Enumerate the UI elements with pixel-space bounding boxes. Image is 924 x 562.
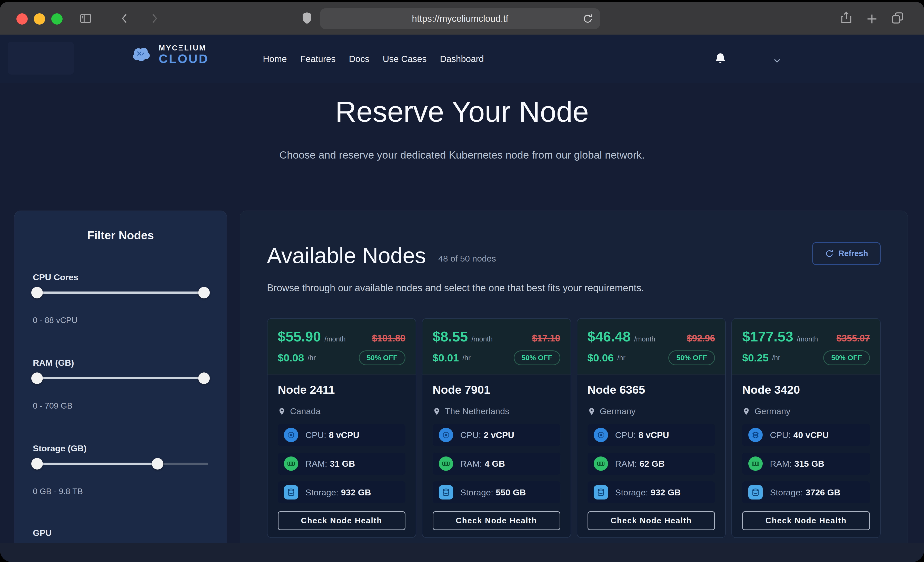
location-pin-icon bbox=[278, 407, 286, 416]
cpu-icon bbox=[594, 428, 608, 442]
cpu-filter-label: CPU Cores bbox=[33, 272, 208, 282]
ram-icon bbox=[439, 456, 453, 471]
check-node-health-button[interactable]: Check Node Health bbox=[278, 511, 405, 530]
refresh-icon bbox=[825, 249, 834, 258]
original-price-strikethrough: $92.96 bbox=[687, 333, 715, 344]
node-location: Germany bbox=[754, 406, 790, 416]
node-card[interactable]: $55.90 /month $101.80 $0.08 /hr 50% OFF … bbox=[267, 318, 416, 538]
nodes-count: 48 of 50 nodes bbox=[438, 254, 496, 264]
cpu-icon bbox=[284, 428, 298, 442]
storage-filter-group: Storage (GB) 0 GB - 9.8 TB bbox=[33, 443, 208, 496]
notifications-bell-icon[interactable] bbox=[714, 51, 727, 67]
price-hour-unit: /hr bbox=[772, 354, 780, 362]
ram-filter-group: RAM (GB) 0 - 709 GB bbox=[33, 358, 208, 411]
tab-overview-icon[interactable] bbox=[890, 11, 905, 25]
ram-spec-value: 4 GB bbox=[485, 459, 505, 468]
price-hour-unit: /hr bbox=[462, 354, 471, 362]
available-nodes-title: Available Nodes bbox=[267, 243, 426, 268]
price-per-hour: $0.08 bbox=[278, 352, 304, 364]
back-icon[interactable] bbox=[118, 12, 131, 25]
cpu-spec-row: CPU:8 vCPU bbox=[588, 424, 715, 446]
storage-spec-value: 932 GB bbox=[651, 487, 681, 497]
available-nodes-description: Browse through our available nodes and s… bbox=[267, 282, 880, 294]
forward-icon[interactable] bbox=[148, 12, 160, 25]
cpu-slider-handle-min[interactable] bbox=[31, 287, 43, 298]
sidebar-toggle-icon[interactable] bbox=[78, 12, 93, 25]
address-bar[interactable]: https://myceliumcloud.tf bbox=[320, 8, 600, 29]
nav-link-features[interactable]: Features bbox=[300, 54, 336, 64]
node-card-pricing: $46.48 /month $92.96 $0.06 /hr 50% OFF bbox=[577, 319, 726, 375]
ram-slider-handle-max[interactable] bbox=[198, 372, 210, 384]
nav-link-home[interactable]: Home bbox=[263, 54, 287, 64]
share-icon[interactable] bbox=[839, 10, 854, 25]
node-location: The Netherlands bbox=[445, 406, 509, 416]
account-chevron-down-icon[interactable] bbox=[772, 55, 782, 67]
cpu-spec-label: CPU: bbox=[770, 430, 790, 440]
ram-range-slider[interactable] bbox=[33, 372, 208, 384]
storage-spec-row: Storage:3726 GB bbox=[742, 481, 870, 503]
storage-slider-track-inactive bbox=[158, 463, 208, 465]
check-node-health-button[interactable]: Check Node Health bbox=[742, 511, 870, 530]
storage-range-slider[interactable] bbox=[33, 457, 208, 470]
price-per-hour: $0.25 bbox=[742, 352, 769, 364]
price-per-month: $177.53 bbox=[742, 328, 793, 345]
storage-icon bbox=[748, 485, 763, 499]
new-tab-icon[interactable] bbox=[865, 12, 879, 25]
cpu-icon bbox=[439, 428, 453, 442]
cpu-spec-row: CPU:2 vCPU bbox=[433, 424, 560, 446]
storage-spec-label: Storage: bbox=[615, 487, 648, 497]
storage-spec-value: 550 GB bbox=[496, 487, 526, 497]
close-window-button[interactable] bbox=[16, 13, 28, 25]
node-cards-grid: $55.90 /month $101.80 $0.08 /hr 50% OFF … bbox=[267, 318, 880, 538]
nav-link-use-cases[interactable]: Use Cases bbox=[382, 54, 426, 64]
filter-panel-title: Filter Nodes bbox=[33, 229, 208, 242]
node-location: Germany bbox=[600, 406, 636, 416]
check-node-health-button[interactable]: Check Node Health bbox=[433, 511, 560, 530]
site-navbar: MYCΞLIUM CLOUD Home Features Docs Use Ca… bbox=[0, 34, 924, 83]
node-card[interactable]: $46.48 /month $92.96 $0.06 /hr 50% OFF N… bbox=[577, 318, 726, 538]
privacy-shield-icon[interactable] bbox=[300, 10, 314, 26]
refresh-button-label: Refresh bbox=[838, 249, 868, 258]
discount-badge: 50% OFF bbox=[514, 350, 560, 365]
location-pin-icon bbox=[742, 407, 750, 416]
brain-cloud-logo-icon bbox=[129, 43, 153, 66]
maximize-window-button[interactable] bbox=[51, 13, 63, 25]
ram-spec-label: RAM: bbox=[615, 459, 637, 468]
filter-panel: Filter Nodes CPU Cores 0 - 88 vCPU RAM (… bbox=[14, 211, 227, 562]
node-card-pricing: $55.90 /month $101.80 $0.08 /hr 50% OFF bbox=[267, 319, 416, 375]
nav-link-docs[interactable]: Docs bbox=[349, 54, 369, 64]
check-node-health-button[interactable]: Check Node Health bbox=[588, 511, 715, 530]
ram-slider-handle-min[interactable] bbox=[31, 372, 43, 384]
original-price-strikethrough: $101.80 bbox=[372, 333, 405, 344]
browser-window: https://myceliumcloud.tf bbox=[0, 2, 924, 562]
traffic-lights bbox=[16, 13, 63, 25]
refresh-button[interactable]: Refresh bbox=[812, 242, 880, 265]
storage-icon bbox=[284, 485, 298, 499]
ram-slider-track bbox=[33, 377, 208, 380]
node-location: Canada bbox=[290, 406, 321, 416]
price-per-hour: $0.06 bbox=[588, 352, 614, 364]
cpu-slider-handle-max[interactable] bbox=[198, 287, 210, 298]
price-per-hour: $0.01 bbox=[433, 352, 459, 364]
ram-icon bbox=[594, 456, 608, 471]
storage-spec-value: 3726 GB bbox=[806, 487, 840, 497]
price-month-unit: /month bbox=[324, 335, 346, 343]
cpu-range-slider[interactable] bbox=[33, 286, 208, 299]
discount-badge: 50% OFF bbox=[823, 350, 870, 365]
available-nodes-panel: Available Nodes 48 of 50 nodes Refresh B… bbox=[240, 211, 908, 562]
reload-icon[interactable] bbox=[582, 13, 593, 25]
minimize-window-button[interactable] bbox=[34, 13, 45, 25]
cpu-spec-label: CPU: bbox=[460, 430, 481, 440]
node-name: Node 2411 bbox=[278, 383, 405, 396]
storage-slider-handle-min[interactable] bbox=[31, 458, 43, 469]
location-pin-icon bbox=[588, 407, 596, 416]
nav-link-dashboard[interactable]: Dashboard bbox=[440, 54, 484, 64]
site-logo[interactable]: MYCΞLIUM CLOUD bbox=[129, 43, 209, 66]
node-card[interactable]: $8.55 /month $17.10 $0.01 /hr 50% OFF No… bbox=[422, 318, 571, 538]
address-bar-url[interactable]: https://myceliumcloud.tf bbox=[412, 13, 508, 24]
node-specs: CPU:8 vCPU RAM:62 GB bbox=[588, 424, 715, 503]
node-card[interactable]: $177.53 /month $355.07 $0.25 /hr 50% OFF… bbox=[731, 318, 880, 538]
storage-slider-handle-max[interactable] bbox=[152, 458, 164, 469]
ram-filter-label: RAM (GB) bbox=[33, 358, 208, 368]
node-name: Node 6365 bbox=[588, 383, 715, 396]
